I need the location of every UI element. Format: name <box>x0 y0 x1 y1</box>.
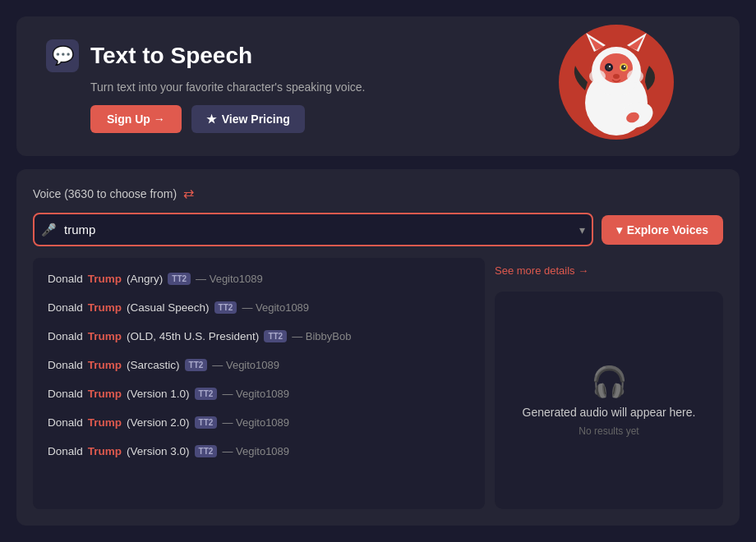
tt2-badge: TT2 <box>195 388 218 400</box>
explore-label: Explore Voices <box>627 223 708 237</box>
svg-point-15 <box>627 70 643 83</box>
voice-dropdown-item[interactable]: Donald Trump (Version 1.0) TT2 — Vegito1… <box>33 379 485 408</box>
svg-point-13 <box>613 74 620 79</box>
see-more-label: See more details → <box>495 264 588 277</box>
page-wrapper: 💬 Text to Speech Turn text into your fav… <box>0 0 756 542</box>
svg-point-10 <box>621 65 626 70</box>
audio-placeholder-subtitle: No results yet <box>579 425 638 437</box>
voice-dropdown-item[interactable]: Donald Trump (Sarcastic) TT2 — Vegito108… <box>33 351 485 379</box>
chevron-down-icon: ▾ <box>579 223 585 237</box>
chevron-icon: ▾ <box>616 223 622 237</box>
content-area: Donald Trump (Angry) TT2 — Vegito1089Don… <box>33 258 723 509</box>
voice-label: Voice (3630 to choose from) <box>33 187 177 200</box>
speech-bubble-icon: 💬 <box>46 39 79 72</box>
right-panel: See more details → 🎧 Generated audio wil… <box>495 258 723 509</box>
audio-placeholder-title: Generated audio will appear here. <box>523 406 696 419</box>
svg-point-12 <box>624 66 625 67</box>
tt2-badge: TT2 <box>214 301 237 314</box>
signup-button[interactable]: Sign Up → <box>90 105 182 133</box>
shuffle-icon[interactable]: ⇄ <box>183 186 194 201</box>
voice-dropdown-item[interactable]: Donald Trump (Version 3.0) TT2 — Vegito1… <box>33 437 485 466</box>
page-title: Text to Speech <box>90 43 252 69</box>
voice-search-input[interactable] <box>33 213 593 246</box>
hero-buttons: Sign Up → ★ View Pricing <box>90 105 365 133</box>
tt2-badge: TT2 <box>195 416 218 429</box>
headphone-icon: 🎧 <box>591 365 628 399</box>
star-icon: ★ <box>206 113 217 126</box>
microphone-icon: 🎤 <box>41 223 57 237</box>
svg-point-14 <box>589 70 606 83</box>
search-container: 🎤 ▾ <box>33 213 593 246</box>
svg-point-11 <box>609 66 611 67</box>
explore-voices-button[interactable]: ▾ Explore Voices <box>602 215 723 245</box>
tt2-badge: TT2 <box>168 273 191 285</box>
hero-card: 💬 Text to Speech Turn text into your fav… <box>16 16 740 156</box>
tt2-badge: TT2 <box>185 359 208 371</box>
voice-header: Voice (3630 to choose from) ⇄ <box>33 186 723 201</box>
svg-point-9 <box>606 65 611 70</box>
main-card: Voice (3630 to choose from) ⇄ 🎤 ▾ ▾ Expl… <box>16 169 740 526</box>
view-pricing-button[interactable]: ★ View Pricing <box>191 105 305 133</box>
hero-title-row: 💬 Text to Speech <box>46 39 365 72</box>
hero-subtitle: Turn text into your favorite character's… <box>90 80 365 94</box>
character-image-area <box>559 16 674 148</box>
see-more-details-button[interactable]: See more details → <box>495 258 723 283</box>
voice-dropdown-item[interactable]: Donald Trump (Version 2.0) TT2 — Vegito1… <box>33 408 485 437</box>
character-circle <box>559 25 674 140</box>
voice-dropdown-panel: Donald Trump (Angry) TT2 — Vegito1089Don… <box>33 258 485 509</box>
tt2-badge: TT2 <box>195 445 218 457</box>
voice-dropdown-item[interactable]: Donald Trump (Casual Speech) TT2 — Vegit… <box>33 293 485 322</box>
voice-dropdown-item[interactable]: Donald Trump (Angry) TT2 — Vegito1089 <box>33 264 485 293</box>
voice-dropdown-item[interactable]: Donald Trump (OLD, 45th U.S. President) … <box>33 322 485 351</box>
audio-panel: 🎧 Generated audio will appear here. No r… <box>495 292 723 509</box>
character-svg <box>563 29 670 136</box>
tt2-badge: TT2 <box>264 330 287 342</box>
search-row: 🎤 ▾ ▾ Explore Voices <box>33 213 723 246</box>
hero-left: 💬 Text to Speech Turn text into your fav… <box>46 39 365 133</box>
pricing-label: View Pricing <box>222 113 290 126</box>
